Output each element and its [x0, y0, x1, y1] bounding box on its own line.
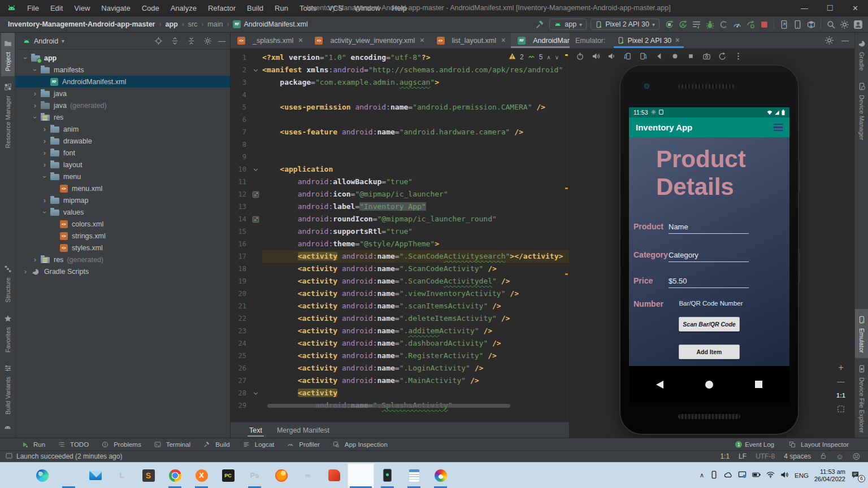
taskbar-start-icon[interactable]: [2, 463, 29, 488]
chevron-expanded-icon[interactable]: ›: [21, 54, 29, 62]
tool-stripe-project[interactable]: Project: [1, 33, 15, 76]
close-icon[interactable]: ✕: [419, 37, 424, 44]
scan-bar-qr-code-button[interactable]: Scan Bar/QR Code: [679, 317, 740, 332]
caret-position[interactable]: 1:1: [720, 452, 730, 460]
chevron-collapsed-icon[interactable]: ›: [31, 102, 39, 110]
rotate-right-icon[interactable]: [636, 50, 650, 62]
taskbar-l-app-icon[interactable]: L: [108, 463, 135, 488]
taskbar-visual-studio-icon[interactable]: ∞: [294, 463, 321, 488]
menu-analyze[interactable]: Analyze: [166, 2, 202, 14]
close-icon[interactable]: ✕: [298, 37, 303, 44]
taskbar-edge-icon[interactable]: [29, 463, 55, 488]
tree-item-app[interactable]: ›app: [16, 52, 230, 64]
attach-debugger-icon[interactable]: [745, 19, 756, 30]
tree-item-drawable[interactable]: ›drawable: [16, 135, 230, 147]
code-line-22[interactable]: 22 <activity android:name=".deleteItemsA…: [231, 312, 569, 325]
tree-item-mipmap[interactable]: ›mipmap: [16, 194, 230, 206]
onedrive-icon[interactable]: [724, 470, 732, 481]
breadcrumb-item-androidmanifest-xml[interactable]: MFAndroidManifest.xml: [233, 20, 307, 28]
close-icon[interactable]: ✕: [501, 37, 506, 44]
line-separator[interactable]: LF: [739, 452, 747, 460]
code-line-4[interactable]: 4: [231, 89, 569, 101]
close-icon[interactable]: ✕: [675, 37, 680, 44]
apply-changes-icon[interactable]: A: [677, 19, 688, 30]
editor-tab-splashs-xml[interactable]: <>_splashs.xml✕: [231, 33, 308, 48]
tree-item-styles-xml[interactable]: <>styles.xml: [16, 242, 230, 254]
volume-up-icon[interactable]: [589, 50, 602, 62]
editor-mode-tab-text[interactable]: Text: [242, 422, 270, 438]
taskbar-notepad-icon[interactable]: [401, 463, 427, 488]
menu-edit[interactable]: Edit: [45, 2, 68, 14]
code-line-19[interactable]: 19 <activity android:name=".ScanCodeActi…: [231, 275, 569, 287]
code-line-7[interactable]: 7 <uses-feature android:name="android.ha…: [231, 126, 569, 138]
chevron-collapsed-icon[interactable]: ›: [41, 161, 49, 169]
code-line-12[interactable]: 12 android:icon="@mipmap/ic_launcher": [231, 188, 569, 201]
code-line-28[interactable]: 28 <activity: [231, 387, 569, 399]
tool-window-button-layout-inspector[interactable]: Layout Inspector: [787, 439, 849, 450]
tool-window-button-build[interactable]: Build: [201, 439, 230, 450]
taskbar-chrome-icon[interactable]: [162, 463, 188, 488]
code-line-6[interactable]: 6: [231, 114, 569, 126]
volume-icon[interactable]: [780, 470, 789, 481]
taskbar-pycharm-icon[interactable]: PC: [215, 463, 241, 488]
zoom-ratio-button[interactable]: 1:1: [836, 392, 845, 399]
code-line-10[interactable]: 10 <application: [231, 163, 569, 176]
tool-window-button-app-inspection[interactable]: App Inspection: [331, 439, 388, 450]
tool-stripe-gradle[interactable]: Gradle: [855, 33, 868, 76]
code-line-18[interactable]: 18 <activity android:name=".ScanCodeActi…: [231, 263, 569, 275]
breadcrumb-item-inventory-management-android-app-master[interactable]: Inventory-Management-Android-app-master: [8, 20, 155, 28]
minimize-button[interactable]: —: [792, 0, 817, 16]
chevron-collapsed-icon[interactable]: ›: [41, 125, 49, 133]
maximize-button[interactable]: ☐: [817, 0, 843, 16]
taskbar-sublime-icon[interactable]: S: [135, 463, 162, 488]
build-hammer-icon[interactable]: [534, 19, 545, 30]
chevron-collapsed-icon[interactable]: ›: [41, 137, 49, 145]
taskbar-firefox-icon[interactable]: [268, 463, 294, 488]
code-line-26[interactable]: 26 <activity android:name=".LoginActivit…: [231, 362, 569, 374]
chevron-collapsed-icon[interactable]: ›: [31, 256, 39, 264]
tree-item-java-generated[interactable]: ›java(generated): [16, 99, 230, 111]
tree-item-values[interactable]: ›values: [16, 206, 230, 218]
wifi-icon[interactable]: [766, 470, 775, 481]
code-line-14[interactable]: 14 android:roundIcon="@mipmap/ic_launche…: [231, 213, 569, 225]
close-button[interactable]: ✕: [843, 0, 868, 16]
code-line-27[interactable]: 27 <activity android:name=".MainActivity…: [231, 374, 569, 387]
fit-screen-icon[interactable]: [837, 405, 845, 415]
code-line-23[interactable]: 23 <activity android:name=".additemActiv…: [231, 325, 569, 337]
code-line-5[interactable]: 5 <uses-permission android:name="android…: [231, 101, 569, 114]
next-issue-icon[interactable]: ∨: [555, 54, 559, 60]
code-line-21[interactable]: 21 <activity android:name=".scanItemsAct…: [231, 300, 569, 312]
tree-item-androidmanifest-xml[interactable]: MFAndroidManifest.xml: [16, 76, 230, 88]
chevron-collapsed-icon[interactable]: ›: [41, 149, 49, 157]
hide-panel-icon[interactable]: —: [841, 36, 849, 45]
power-icon[interactable]: [573, 50, 587, 62]
tree-item-menu[interactable]: ›menu: [16, 171, 230, 182]
avatar-icon[interactable]: [852, 19, 863, 30]
tool-window-button-run[interactable]: Run: [19, 439, 45, 450]
battery-icon[interactable]: [752, 470, 761, 481]
prev-issue-icon[interactable]: ∧: [546, 54, 550, 60]
hide-panel-icon[interactable]: —: [218, 37, 225, 45]
sad-face-icon[interactable]: ☹: [852, 452, 860, 461]
tree-item-menu-xml[interactable]: <>menu.xml: [16, 182, 230, 194]
phone-icon[interactable]: [792, 19, 803, 30]
chevron-collapsed-icon[interactable]: ›: [21, 268, 29, 276]
code-line-9[interactable]: 9: [231, 151, 569, 163]
tool-stripe-resource-manager[interactable]: Resource Manager: [1, 76, 15, 154]
horizontal-scrollbar[interactable]: [267, 404, 510, 408]
tree-item-res-generated[interactable]: ›res(generated): [16, 254, 230, 265]
menu-refactor[interactable]: Refactor: [203, 2, 241, 14]
inspection-widget[interactable]: 2 5 ∧ ∨: [506, 52, 561, 62]
chevron-expanded-icon[interactable]: ›: [31, 114, 39, 121]
code-line-16[interactable]: 16 android:theme="@style/AppTheme">: [231, 238, 569, 250]
tool-stripe-device-file-explorer[interactable]: Device File Explorer: [855, 358, 868, 438]
nav-home-icon[interactable]: [705, 381, 713, 389]
breadcrumb-item-app[interactable]: app: [165, 20, 177, 28]
expand-all-icon[interactable]: [169, 36, 180, 47]
fold-icon[interactable]: [249, 387, 262, 399]
volume-down-icon[interactable]: [605, 50, 618, 62]
tree-item-layout[interactable]: ›layout: [16, 159, 230, 171]
rotate-left-icon[interactable]: [620, 50, 634, 62]
tool-stripe-emulator[interactable]: Emulator: [855, 309, 868, 358]
taskbar-photoshop-icon[interactable]: Ps: [241, 463, 268, 488]
